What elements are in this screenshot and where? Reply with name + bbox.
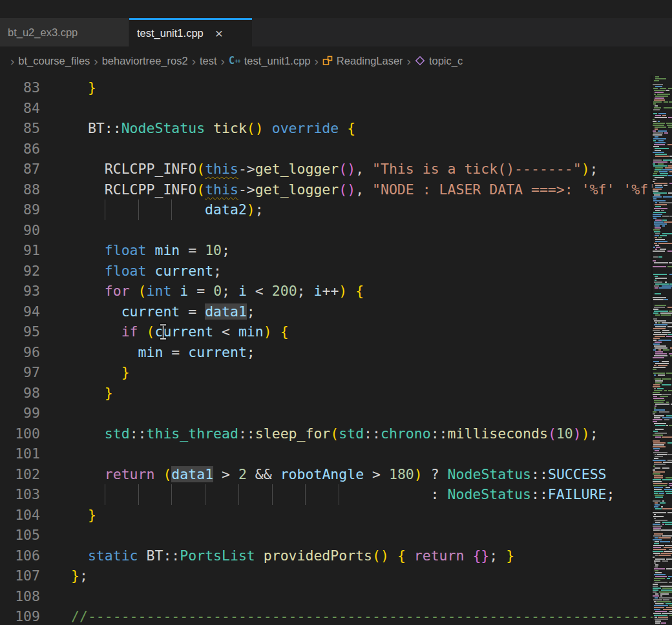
line-number: 86 <box>0 139 40 159</box>
code-line[interactable]: 99 <box>0 403 672 424</box>
code-line[interactable]: 84 <box>0 98 672 119</box>
breadcrumb-item-test-unit1-cpp[interactable]: C++ test_unit1.cpp <box>229 55 311 67</box>
minimap[interactable] <box>653 75 672 625</box>
text-cursor-icon <box>158 323 168 346</box>
line-number: 102 <box>0 464 40 485</box>
line-number: 104 <box>0 505 40 526</box>
line-number: 100 <box>0 424 40 444</box>
line-number: 87 <box>0 159 40 179</box>
line-number: 85 <box>0 118 40 139</box>
code-line[interactable]: 95 if (current < min) { <box>0 322 672 342</box>
code-line[interactable]: 104 } <box>0 505 672 526</box>
code-line[interactable]: 83 } <box>0 77 672 98</box>
code-line[interactable]: 85 BT::NodeStatus tick() override { <box>0 118 672 139</box>
code-line[interactable]: 98 } <box>0 383 672 404</box>
code-line[interactable]: 87 RCLCPP_INFO(this->get_logger(), "This… <box>0 159 672 179</box>
breadcrumb-item-topic-callback[interactable]: topic_c <box>415 55 463 67</box>
tabs-row: bt_u2_ex3.cpp test_unit1.cpp × <box>0 18 672 46</box>
vscode-window: bt_u2_ex3.cpp test_unit1.cpp × › bt_cour… <box>0 0 672 625</box>
line-number: 91 <box>0 240 40 261</box>
chevron-right-icon: › <box>407 55 411 67</box>
breadcrumb-label: behaviortree_ros2 <box>102 55 188 67</box>
line-number: 92 <box>0 261 40 282</box>
class-symbol-icon <box>322 56 333 66</box>
code-line[interactable]: 100 std::this_thread::sleep_for(std::chr… <box>0 424 672 444</box>
code-line[interactable]: 105 <box>0 525 672 546</box>
code-line[interactable]: 88 RCLCPP_INFO(this->get_logger(), "NODE… <box>0 179 672 200</box>
tab-bar: bt_u2_ex3.cpp test_unit1.cpp × <box>0 0 672 46</box>
line-number: 95 <box>0 322 40 342</box>
line-number: 96 <box>0 342 40 363</box>
breadcrumb-label: test_unit1.cpp <box>244 55 311 67</box>
breadcrumb-item-bt-course-files[interactable]: bt_course_files <box>18 55 90 67</box>
tab-test-unit1-cpp[interactable]: test_unit1.cpp × <box>129 18 252 46</box>
code-line[interactable]: 101 <box>0 444 672 464</box>
line-number: 105 <box>0 525 40 546</box>
code-line[interactable]: 102 return (data1 > 2 && robotAngle > 18… <box>0 464 672 485</box>
line-number: 84 <box>0 98 40 119</box>
code-line[interactable]: 103 : NodeStatus::FAILURE; <box>0 484 672 505</box>
chevron-right-icon: › <box>315 55 319 67</box>
line-number: 98 <box>0 383 40 404</box>
line-number: 109 <box>0 606 40 625</box>
tab-label: test_unit1.cpp <box>137 27 204 39</box>
code-line[interactable]: 91 float min = 10; <box>0 240 672 261</box>
code-line[interactable]: 89 data2); <box>0 200 672 220</box>
chevron-right-icon: › <box>221 55 225 67</box>
breadcrumb-item-readinglaser[interactable]: ReadingLaser <box>322 55 403 67</box>
line-number: 101 <box>0 444 40 464</box>
line-number: 94 <box>0 302 40 322</box>
line-number: 97 <box>0 362 40 383</box>
line-number: 106 <box>0 546 40 566</box>
code-line[interactable]: 86 <box>0 139 672 159</box>
code-line[interactable]: 97 } <box>0 362 672 383</box>
line-number: 88 <box>0 179 40 200</box>
tab-bt-u2-ex3-cpp[interactable]: bt_u2_ex3.cpp <box>0 18 129 46</box>
line-number: 99 <box>0 403 40 424</box>
code-line[interactable]: 96 min = current; <box>0 342 672 363</box>
code-line[interactable]: 109//-----------------------------------… <box>0 606 672 625</box>
chevron-right-icon: › <box>94 55 98 67</box>
line-number: 93 <box>0 281 40 302</box>
chevron-right-icon: › <box>10 55 14 67</box>
breadcrumb: › bt_course_files › behaviortree_ros2 › … <box>0 46 672 75</box>
code-lines: 83 }8485 BT::NodeStatus tick() override … <box>0 75 672 625</box>
line-number: 108 <box>0 586 40 607</box>
minimap-content <box>653 76 672 625</box>
code-line[interactable]: 106 static BT::PortsList providedPorts()… <box>0 546 672 566</box>
method-symbol-icon <box>415 56 425 66</box>
breadcrumb-label: test <box>200 55 217 67</box>
tab-label: bt_u2_ex3.cpp <box>8 26 78 39</box>
line-number: 107 <box>0 566 40 586</box>
breadcrumb-label: bt_course_files <box>18 55 90 67</box>
breadcrumb-item-test[interactable]: test <box>200 55 217 67</box>
code-line[interactable]: 94 current = data1; <box>0 302 672 322</box>
code-line[interactable]: 90 <box>0 220 672 241</box>
code-line[interactable]: 92 float current; <box>0 261 672 282</box>
line-number: 89 <box>0 200 40 220</box>
code-line[interactable]: 107}; <box>0 566 672 586</box>
line-number: 90 <box>0 220 40 241</box>
code-line[interactable]: 93 for (int i = 0; i < 200; i++) { <box>0 281 672 302</box>
chevron-right-icon: › <box>192 55 196 67</box>
breadcrumb-item-behaviortree-ros2[interactable]: behaviortree_ros2 <box>102 55 188 67</box>
line-number: 103 <box>0 484 40 505</box>
cpp-file-icon: C++ <box>229 55 240 67</box>
line-number: 83 <box>0 77 40 98</box>
code-line[interactable]: 108 <box>0 586 672 607</box>
code-editor[interactable]: 83 }8485 BT::NodeStatus tick() override … <box>0 75 672 625</box>
close-icon[interactable]: × <box>215 26 223 40</box>
breadcrumb-label: topic_c <box>429 55 463 67</box>
breadcrumb-label: ReadingLaser <box>337 55 403 67</box>
